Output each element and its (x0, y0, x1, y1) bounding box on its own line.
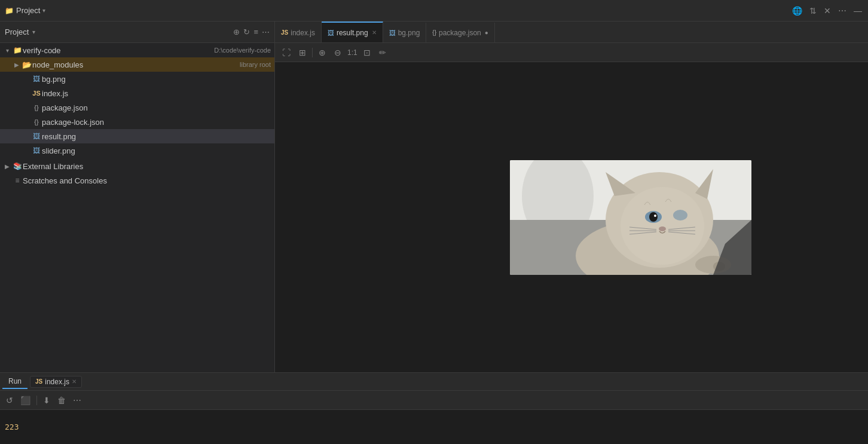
image-toolbar: ⛶ ⊞ ⊕ ⊖ 1:1 ⊡ ✏ (275, 43, 868, 62)
tree-item-slider-png[interactable]: 🖼 slider.png (0, 143, 274, 158)
slider-png-name: slider.png (42, 146, 274, 155)
globe-icon[interactable]: 🌐 (791, 5, 803, 17)
tab-bar: JS index.js 🖼 result.png ✕ 🖼 bg.png {} p… (275, 22, 868, 43)
tree-item-result-png[interactable]: 🖼 result.png (0, 129, 274, 143)
project-icon: 📁 (5, 7, 14, 15)
index-js-name: index.js (42, 89, 274, 98)
bottom-panel: Run JS index.js ✕ ↺ ⬛ ⬇ 🗑 ⋯ 223 (0, 372, 868, 444)
tab-result-png-label: result.png (337, 29, 368, 37)
image-canvas (275, 62, 868, 372)
json-icon: {} (31, 118, 42, 125)
json-icon: {} (31, 104, 42, 111)
result-png-name: result.png (42, 132, 274, 141)
restart-icon[interactable]: ↺ (5, 394, 14, 406)
bottom-file-close-icon[interactable]: ✕ (72, 378, 77, 385)
folder-icon: 📂 (22, 60, 32, 69)
bottom-file-label: index.js (45, 378, 69, 386)
js-bottom-icon: JS (35, 378, 42, 385)
sidebar-add-icon[interactable]: ⊕ (233, 27, 240, 36)
close-icon[interactable]: ✕ (823, 5, 832, 17)
sidebar-header: Project ▾ ⊕ ↻ ≡ ⋯ (0, 22, 274, 43)
arrows-icon[interactable]: ⇅ (808, 5, 818, 17)
sidebar-header-icons: ⊕ ↻ ≡ ⋯ (233, 27, 270, 36)
png-tab-icon: 🖼 (328, 29, 334, 36)
tree-item-external-libraries[interactable]: ▶ 📚 External Libraries (0, 159, 274, 173)
cat-image (510, 160, 751, 275)
sidebar-title-label: Project (5, 27, 29, 36)
arrow-right-icon: ▶ (12, 62, 22, 68)
bottom-content: 223 (0, 410, 868, 444)
package-json-name: package.json (42, 103, 274, 112)
editor-area: JS index.js 🖼 result.png ✕ 🖼 bg.png {} p… (275, 22, 868, 372)
scroll-down-icon[interactable]: ⬇ (42, 394, 51, 406)
more-icon[interactable]: ⋯ (72, 394, 82, 406)
zoom-out-icon[interactable]: ⊖ (332, 47, 344, 59)
clear-icon[interactable]: 🗑 (56, 394, 67, 406)
external-libraries-name: External Libraries (23, 162, 274, 171)
sidebar-refresh-icon[interactable]: ↻ (243, 27, 250, 36)
fit-width-icon[interactable]: ⛶ (280, 47, 293, 59)
png-icon: 🖼 (31, 146, 42, 155)
tab-modified-dot: ● (485, 29, 488, 36)
bottom-tab-run[interactable]: Run (2, 375, 27, 389)
tab-index-js[interactable]: JS index.js (275, 23, 322, 42)
json-tab-icon: {} (432, 29, 436, 36)
tab-bg-png[interactable]: 🖼 bg.png (383, 23, 427, 42)
tree-item-node-modules[interactable]: ▶ 📂 node_modules library root (0, 57, 274, 72)
sidebar-chevron-icon: ▾ (32, 29, 35, 35)
tree-item-scratches-consoles[interactable]: ≡ Scratches and Consoles (0, 173, 274, 188)
bottom-tab-file-index-js[interactable]: JS index.js ✕ (30, 376, 82, 388)
node-modules-badge: library root (240, 61, 274, 68)
zoom-level-label: 1:1 (347, 48, 357, 57)
library-icon: 📚 (12, 162, 23, 170)
png-icon: 🖼 (31, 132, 42, 140)
svg-point-8 (621, 187, 704, 265)
root-path: D:\code\verify-code (214, 47, 274, 54)
sidebar: Project ▾ ⊕ ↻ ≡ ⋯ ▾ 📁 verify-code D:\cod… (0, 22, 275, 372)
tree-item-package-json[interactable]: {} package.json (0, 100, 274, 115)
node-modules-name: node_modules (32, 60, 236, 69)
chevron-down-icon: ▾ (42, 7, 45, 14)
svg-point-12 (673, 210, 687, 221)
scratches-consoles-name: Scratches and Consoles (23, 176, 274, 185)
tab-package-json-label: package.json (439, 29, 481, 37)
svg-point-10 (649, 212, 658, 222)
tree-item-index-js[interactable]: JS index.js (0, 86, 274, 100)
minimize-icon[interactable]: — (852, 5, 863, 17)
sidebar-title: Project ▾ (5, 27, 35, 36)
tab-index-js-label: index.js (291, 29, 315, 37)
scratch-icon: ≡ (12, 176, 23, 185)
arrow-right-icon: ▶ (2, 163, 12, 170)
sidebar-menu-icon[interactable]: ⋯ (262, 27, 270, 36)
bg-png-name: bg.png (42, 75, 274, 84)
stop-icon[interactable]: ⬛ (19, 394, 32, 406)
tree-item-bg-png[interactable]: 🖼 bg.png (0, 72, 274, 86)
top-bar-actions: 🌐 ⇅ ✕ ⋯ — (791, 5, 863, 17)
toolbar-separator (36, 396, 37, 405)
cat-image-container (510, 160, 751, 275)
eyedropper-icon[interactable]: ✏ (377, 47, 389, 59)
fit-height-icon[interactable]: ⊞ (297, 47, 308, 59)
zoom-in-icon[interactable]: ⊕ (316, 47, 328, 59)
package-lock-json-name: package-lock.json (42, 118, 274, 127)
project-title[interactable]: 📁 Project ▾ (5, 6, 45, 15)
sidebar-collapse-icon[interactable]: ≡ (253, 27, 258, 36)
bottom-toolbar: ↺ ⬛ ⬇ 🗑 ⋯ (0, 391, 868, 410)
top-bar: 📁 Project ▾ 🌐 ⇅ ✕ ⋯ — (0, 0, 868, 22)
js-icon: JS (31, 90, 42, 97)
tab-result-png[interactable]: 🖼 result.png ✕ (322, 22, 383, 42)
toolbar-separator (312, 48, 313, 57)
menu-icon[interactable]: ⋯ (837, 5, 848, 17)
main-layout: Project ▾ ⊕ ↻ ≡ ⋯ ▾ 📁 verify-code D:\cod… (0, 22, 868, 372)
svg-point-11 (654, 215, 656, 217)
tree-item-package-lock-json[interactable]: {} package-lock.json (0, 115, 274, 129)
arrow-down-icon: ▾ (2, 47, 12, 54)
tab-result-close-icon[interactable]: ✕ (372, 29, 377, 36)
folder-icon: 📁 (12, 46, 23, 54)
actual-size-icon[interactable]: ⊡ (361, 47, 373, 59)
tab-package-json[interactable]: {} package.json ● (426, 23, 494, 42)
tree-item-root[interactable]: ▾ 📁 verify-code D:\code\verify-code (0, 43, 274, 57)
bottom-tab-bar: Run JS index.js ✕ (0, 373, 868, 391)
tab-bg-png-label: bg.png (398, 29, 420, 37)
cat-svg (510, 160, 751, 275)
